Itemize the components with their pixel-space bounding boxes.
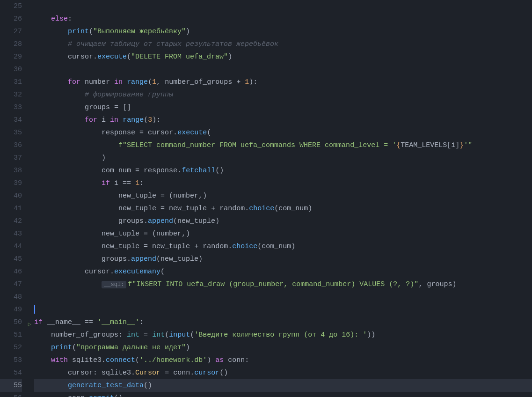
line-number: 42 bbox=[0, 215, 22, 228]
code-editor[interactable]: 25 26 27 28 29 30 31 32 33 34 35 36 37 3… bbox=[0, 0, 532, 397]
line-number: 29 bbox=[0, 51, 22, 63]
line-number: 36 bbox=[0, 139, 22, 152]
line-number: 48 bbox=[0, 291, 22, 303]
code-line[interactable]: conn.commit() bbox=[34, 392, 532, 397]
code-line[interactable]: groups.append(new_tuple) bbox=[34, 253, 532, 265]
line-number: 45 bbox=[0, 253, 22, 265]
line-number: 54 bbox=[0, 367, 22, 379]
line-number: 56 bbox=[0, 392, 22, 397]
line-number: 52 bbox=[0, 341, 22, 354]
code-line[interactable]: # очищаем таблицу от старых результатов … bbox=[34, 38, 532, 51]
line-number: 44 bbox=[0, 240, 22, 253]
code-line[interactable]: response = cursor.execute( bbox=[34, 126, 532, 139]
code-line[interactable]: new_tuple = (number,) bbox=[34, 228, 532, 240]
line-number: 37 bbox=[0, 152, 22, 164]
code-line[interactable]: print("программа дальше не идет") bbox=[34, 341, 532, 354]
line-number: 34 bbox=[0, 114, 22, 126]
line-number: 41 bbox=[0, 202, 22, 215]
code-line[interactable]: new_tuple = new_tuple + random.choice(co… bbox=[34, 202, 532, 215]
code-line[interactable]: number_of_groups: int = int(input('Введи… bbox=[34, 329, 532, 341]
line-number: 43 bbox=[0, 228, 22, 240]
code-line[interactable]: groups.append(new_tuple) bbox=[34, 215, 532, 228]
code-line[interactable]: else: bbox=[34, 13, 532, 25]
line-number: 40 bbox=[0, 190, 22, 202]
parameter-hint: __sql: bbox=[102, 281, 126, 288]
code-line[interactable] bbox=[34, 303, 532, 316]
code-line[interactable]: if i == 1: bbox=[34, 177, 532, 190]
line-number: 55 bbox=[0, 379, 22, 392]
line-number: 53 bbox=[0, 354, 22, 367]
code-line[interactable]: groups = [] bbox=[34, 101, 532, 114]
line-number: 38 bbox=[0, 164, 22, 177]
code-line[interactable] bbox=[34, 0, 532, 13]
code-line[interactable]: new_tuple = (number,) bbox=[34, 190, 532, 202]
line-number: 39 bbox=[0, 177, 22, 190]
code-line[interactable]: new_tuple = new_tuple + random.choice(co… bbox=[34, 240, 532, 253]
line-number: 46 bbox=[0, 265, 22, 278]
line-number: 28 bbox=[0, 38, 22, 51]
code-line[interactable]: generate_test_data() bbox=[34, 379, 532, 392]
code-line[interactable]: com_num = response.fetchall() bbox=[34, 164, 532, 177]
code-line[interactable]: __sql:f"INSERT INTO uefa_draw (group_num… bbox=[34, 278, 532, 291]
code-line[interactable]: for i in range(3): bbox=[34, 114, 532, 126]
code-line[interactable]: cursor: sqlite3.Cursor = conn.cursor() bbox=[34, 367, 532, 379]
code-line[interactable]: cursor.execute("DELETE FROM uefa_draw") bbox=[34, 51, 532, 63]
line-number: 35 bbox=[0, 126, 22, 139]
code-line[interactable]: print("Выполняем жеребьёвку") bbox=[34, 25, 532, 38]
code-line[interactable]: if __name__ == '__main__': bbox=[34, 316, 532, 329]
code-content[interactable]: else: print("Выполняем жеребьёвку") # оч… bbox=[26, 0, 532, 397]
line-number: 25 bbox=[0, 0, 22, 13]
line-number: 30 bbox=[0, 63, 22, 76]
code-line[interactable]: # формирование группы bbox=[34, 88, 532, 101]
line-number: 47 bbox=[0, 278, 22, 291]
line-number: 33 bbox=[0, 101, 22, 114]
code-line[interactable]: for number in range(1, number_of_groups … bbox=[34, 76, 532, 88]
code-line[interactable]: f"SELECT command_number FROM uefa_comman… bbox=[34, 139, 532, 152]
line-number: 32 bbox=[0, 88, 22, 101]
code-line[interactable]: with sqlite3.connect('../homework.db') a… bbox=[34, 354, 532, 367]
line-number: 31 bbox=[0, 76, 22, 88]
code-line[interactable]: ) bbox=[34, 152, 532, 164]
line-number: 50▷ bbox=[0, 316, 22, 329]
code-line[interactable] bbox=[34, 63, 532, 76]
line-number: 51 bbox=[0, 329, 22, 341]
code-line[interactable] bbox=[34, 291, 532, 303]
code-line[interactable]: cursor.executemany( bbox=[34, 265, 532, 278]
line-number: 26 bbox=[0, 13, 22, 25]
line-number-gutter: 25 26 27 28 29 30 31 32 33 34 35 36 37 3… bbox=[0, 0, 26, 397]
line-number: 49 bbox=[0, 303, 22, 316]
line-number: 27 bbox=[0, 25, 22, 38]
